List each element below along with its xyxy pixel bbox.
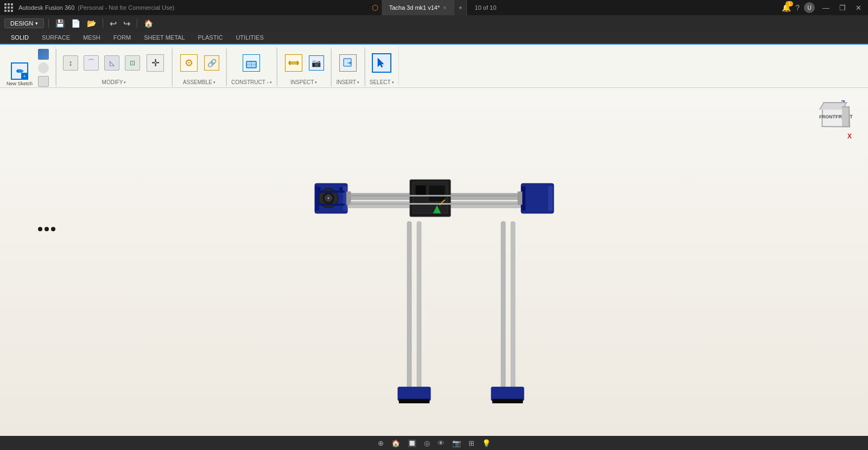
nav-cube[interactable]: Z FRONT X — [808, 99, 852, 142]
modify-label[interactable]: MODIFY ▾ — [102, 79, 126, 85]
new-file-btn[interactable]: 📄 — [69, 18, 83, 29]
titlebar: Autodesk Fusion 360 (Personal - Not for … — [0, 0, 868, 15]
chamfer-btn[interactable]: ◺ — [102, 49, 122, 77]
plane-btn[interactable] — [239, 48, 263, 78]
motion-link-btn[interactable]: 🔗 — [202, 49, 221, 77]
dot-1 — [38, 227, 42, 231]
tab-solid[interactable]: SOLID — [4, 31, 35, 45]
tab-plastic[interactable]: PLASTIC — [192, 31, 230, 45]
press-pull-btn[interactable]: ↕ — [61, 49, 80, 77]
revolve-btn[interactable] — [36, 61, 51, 74]
svg-rect-39 — [349, 195, 517, 197]
ribbon-group-insert: INSERT ▾ — [332, 47, 365, 85]
minimize-btn[interactable]: — — [820, 4, 832, 12]
tab-surface[interactable]: SURFACE — [35, 31, 77, 45]
user-avatar[interactable]: U — [804, 2, 815, 13]
extrude-btn[interactable] — [36, 48, 51, 61]
tab-mesh[interactable]: MESH — [77, 31, 107, 45]
help-icon[interactable]: ? — [795, 3, 800, 12]
x-axis-label: X — [847, 132, 852, 140]
design-dropdown-btn[interactable]: DESIGN ▾ — [4, 18, 44, 28]
fusion-icon: ⬡ — [372, 3, 378, 12]
insert-label[interactable]: INSERT ▾ — [336, 79, 359, 85]
plane-svg — [245, 57, 257, 69]
inspect-arrow: ▾ — [315, 80, 317, 85]
chamfer-icon: ◺ — [104, 55, 119, 71]
fillet-btn[interactable]: ⌒ — [81, 49, 101, 77]
add-tab-btn[interactable]: + — [454, 0, 467, 15]
close-btn[interactable]: ✕ — [853, 4, 864, 12]
titlebar-left: Autodesk Fusion 360 (Personal - Not for … — [4, 3, 174, 12]
display-settings-btn[interactable]: 🔲 — [406, 438, 419, 448]
shell-btn[interactable]: ⊡ — [123, 49, 142, 77]
svg-rect-24 — [415, 185, 426, 196]
inspect-label[interactable]: INSPECT ▾ — [290, 79, 317, 85]
insert-arrow: ▾ — [357, 80, 359, 85]
restore-btn[interactable]: ❐ — [837, 4, 848, 12]
notification-area: 🔔 1 — [782, 3, 791, 12]
svg-rect-21 — [548, 186, 553, 211]
svg-rect-32 — [399, 399, 429, 403]
look-at-btn[interactable]: 👁 — [435, 438, 447, 448]
svg-rect-28 — [417, 221, 421, 390]
open-btn[interactable]: 📂 — [85, 18, 98, 29]
orbit-btn[interactable]: ◎ — [422, 438, 432, 448]
app-grid-icon[interactable] — [4, 3, 13, 12]
ribbon-group-construct: CONSTRUCT - ▾ — [227, 47, 277, 85]
modify-arrow: ▾ — [124, 80, 126, 85]
shell-icon: ⊡ — [125, 55, 140, 71]
joint-btn[interactable]: ⚙ — [177, 48, 201, 78]
redo-btn[interactable]: ↪ — [121, 17, 132, 30]
svg-rect-38 — [318, 204, 345, 206]
construct-buttons — [239, 48, 263, 78]
select-btn[interactable] — [370, 48, 394, 78]
measure-btn[interactable] — [282, 48, 306, 78]
hole-btn[interactable] — [36, 75, 51, 88]
tab-utilities[interactable]: UTILITIES — [229, 31, 270, 45]
insert-btn[interactable] — [336, 48, 360, 78]
bottom-toolbar: ⊕ 🏠 🔲 ◎ 👁 📷 ⊞ 💡 — [0, 436, 868, 450]
svg-rect-36 — [518, 192, 522, 205]
qat-separator-3 — [137, 19, 137, 28]
sketch-label: New Sketch — [7, 81, 33, 86]
cube-side-face[interactable] — [842, 106, 850, 127]
dot-3 — [51, 227, 55, 231]
svg-rect-29 — [501, 221, 505, 390]
viewport[interactable]: Z FRONT X — [0, 88, 868, 436]
sketch-icon: ✏ + — [11, 62, 28, 80]
undo-btn[interactable]: ↩ — [107, 17, 119, 30]
assemble-label[interactable]: ASSEMBLE ▾ — [183, 79, 216, 85]
camera-btn[interactable]: 📷 — [450, 438, 463, 448]
3d-model — [299, 121, 570, 403]
user-area: 🔔 1 ? U — [782, 2, 815, 13]
select-label[interactable]: SELECT ▾ — [370, 79, 394, 85]
svg-rect-33 — [491, 387, 524, 401]
ribbon-group-assemble: ⚙ 🔗 ASSEMBLE ▾ — [173, 47, 226, 85]
section-analysis-btn[interactable]: 📷 — [307, 49, 326, 77]
fillet-icon: ⌒ — [84, 55, 99, 71]
ribbon-group-modify: ↕ ⌒ ◺ ⊡ — [56, 47, 172, 85]
grid-snap-btn[interactable]: ⊞ — [466, 438, 477, 448]
active-tab[interactable]: Tacha 3d mk1 v14* × — [382, 0, 454, 15]
inspect-buttons: 📷 — [282, 48, 326, 78]
home-view-btn[interactable]: 🏠 — [389, 438, 402, 448]
tab-sheet-metal[interactable]: SHEET METAL — [137, 31, 191, 45]
move-copy-btn[interactable]: ✛ — [143, 48, 167, 78]
select-buttons — [370, 48, 394, 78]
save-btn[interactable]: 💾 — [53, 18, 67, 29]
assemble-buttons: ⚙ 🔗 — [177, 48, 221, 78]
zoom-fit-btn[interactable]: ⊕ — [376, 438, 386, 448]
tab-count: 10 of 10 — [475, 4, 497, 11]
dot-2 — [45, 227, 49, 231]
tab-close-btn[interactable]: × — [443, 5, 446, 11]
environment-btn[interactable]: 💡 — [480, 438, 493, 448]
ribbon-group-create: ✏ + New Sketch ⋮ — [0, 47, 56, 85]
revolve-icon — [38, 62, 49, 73]
svg-rect-30 — [511, 221, 515, 390]
construct-label[interactable]: CONSTRUCT - ▾ — [231, 79, 272, 85]
app-subtitle: (Personal - Not for Commercial Use) — [78, 4, 174, 11]
svg-rect-37 — [318, 191, 345, 193]
home-btn[interactable]: 🏠 — [142, 18, 155, 29]
new-sketch-btn[interactable]: ✏ + New Sketch — [4, 59, 35, 90]
tab-form[interactable]: FORM — [107, 31, 137, 45]
